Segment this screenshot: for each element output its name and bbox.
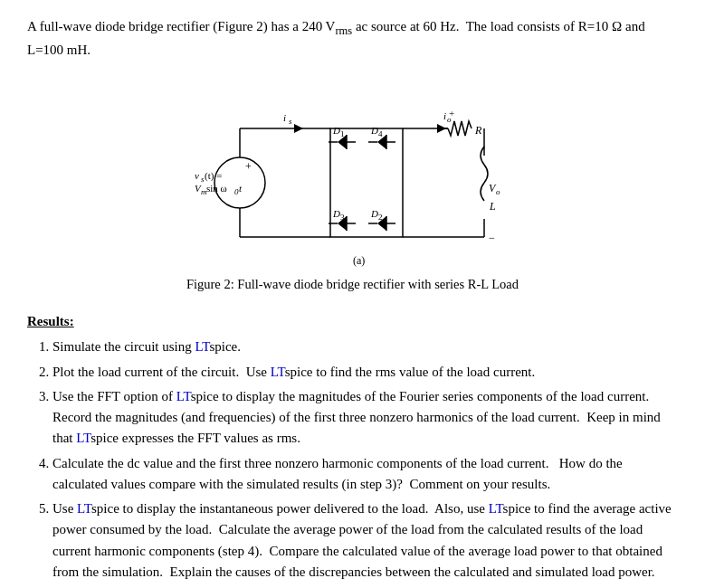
svg-text:o: o xyxy=(496,187,500,196)
result-item-3: Use the FFT option of LTspice to display… xyxy=(52,386,678,450)
svg-text:L: L xyxy=(489,200,496,213)
svg-text:2: 2 xyxy=(378,213,383,222)
result-item-1: Simulate the circuit using LTspice. xyxy=(52,337,678,357)
svg-text:D: D xyxy=(370,125,378,136)
svg-text:+: + xyxy=(245,160,252,173)
svg-text:t: t xyxy=(239,183,243,194)
circuit-diagram: + v s (t) = V m sin ω 0 t i s D 1 xyxy=(186,74,520,273)
svg-text:4: 4 xyxy=(378,129,383,138)
svg-text:v: v xyxy=(195,170,199,181)
results-header: Results: xyxy=(27,314,678,329)
results-list: Simulate the circuit using LTspice. Plot… xyxy=(52,337,678,583)
svg-text:D: D xyxy=(332,208,340,219)
svg-text:−: − xyxy=(489,232,495,244)
figure-caption: Figure 2: Full-wave diode bridge rectifi… xyxy=(186,277,519,292)
svg-text:s: s xyxy=(289,117,292,126)
svg-text:R: R xyxy=(474,124,482,137)
svg-text:sin ω: sin ω xyxy=(206,183,227,194)
figure-container: + v s (t) = V m sin ω 0 t i s D 1 xyxy=(27,74,678,305)
svg-text:(a): (a) xyxy=(353,254,365,267)
svg-text:D: D xyxy=(370,208,378,219)
svg-text:i: i xyxy=(283,112,286,123)
svg-text:o: o xyxy=(447,115,452,124)
svg-text:(t) =: (t) = xyxy=(205,170,222,182)
result-item-5: Use LTspice to display the instantaneous… xyxy=(52,498,678,583)
svg-text:i: i xyxy=(443,110,446,121)
svg-text:3: 3 xyxy=(340,213,345,222)
svg-text:D: D xyxy=(332,125,340,136)
svg-marker-44 xyxy=(437,124,446,133)
intro-paragraph: A full-wave diode bridge rectifier (Figu… xyxy=(27,16,678,60)
result-item-4: Calculate the dc value and the first thr… xyxy=(52,453,678,496)
svg-text:1: 1 xyxy=(340,129,345,138)
svg-marker-12 xyxy=(294,124,303,133)
result-item-2: Plot the load current of the circuit. Us… xyxy=(52,362,678,383)
